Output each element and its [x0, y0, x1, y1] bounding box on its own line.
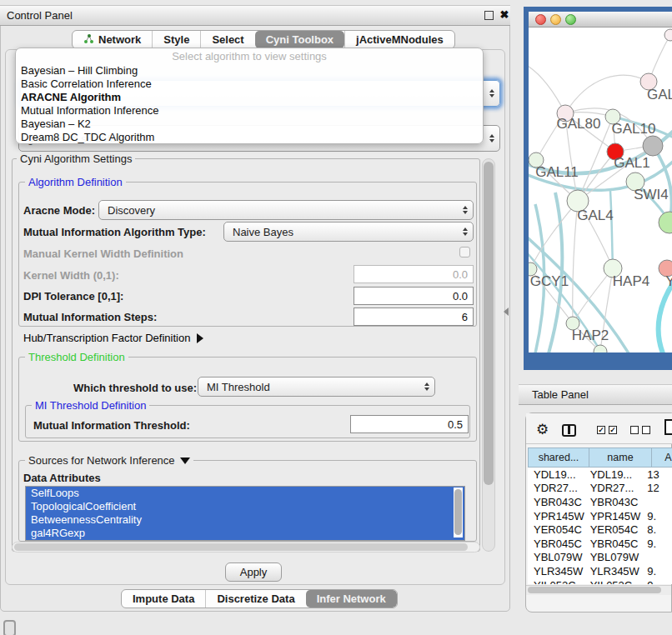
panel-divider-handle[interactable]: [504, 308, 509, 316]
table-cell: YER054C: [528, 523, 584, 536]
tab-style[interactable]: Style: [152, 31, 200, 48]
algorithm-option-basic-correlation-inference[interactable]: Basic Correlation Inference: [16, 78, 483, 91]
gear-icon[interactable]: ⚙: [536, 421, 549, 438]
tab-infer-network[interactable]: Infer Network: [306, 590, 397, 608]
table-row[interactable]: YDL19...YDL19...13: [528, 468, 672, 482]
table-row[interactable]: YDR27...YDR27...12: [528, 482, 672, 496]
expand-right-icon: [197, 333, 203, 343]
table-row[interactable]: YPR145WYPR145W9.: [528, 509, 672, 523]
attribute-item-gal4rgexp[interactable]: gal4RGexp: [26, 527, 464, 540]
mi-threshold-group-title: MI Threshold Definition: [32, 399, 149, 412]
mi-type-combobox[interactable]: Naive Bayes: [223, 222, 474, 242]
tab-discretize-data[interactable]: Discretize Data: [205, 590, 305, 608]
table-cell: YIL052C: [528, 579, 584, 584]
combo-arrows-icon: [424, 382, 429, 391]
table-cell: YDR27...: [528, 482, 584, 494]
combo-arrows-icon: [489, 134, 494, 142]
checked-box-icon[interactable]: ✓: [609, 426, 617, 434]
attribute-item-betweennesscentrality[interactable]: BetweennessCentrality: [26, 513, 464, 527]
algorithm-option-dream8-dc-tdc-algorithm[interactable]: Dream8 DC_TDC Algorithm: [16, 131, 483, 144]
close-panel-button[interactable]: ✖: [498, 7, 511, 23]
node-label-gal11: GAL11: [535, 164, 579, 180]
algorithm-option-bayesian-hill-climbing[interactable]: Bayesian – Hill Climbing: [16, 64, 483, 78]
checked-box-icon[interactable]: ✓: [597, 426, 605, 434]
aracne-mode-combobox[interactable]: Discovery: [98, 200, 474, 220]
settings-vertical-scrollbar-thumb[interactable]: [484, 162, 494, 485]
aracne-mode-label: Aracne Mode:: [23, 204, 95, 217]
mi-steps-label: Mutual Information Steps:: [23, 311, 157, 323]
table-cell: YBR045C: [528, 538, 584, 550]
table-row[interactable]: YBR043CYBR043C: [528, 495, 672, 509]
node-label-hap4: HAP4: [613, 273, 649, 289]
network-canvas[interactable]: GALGAL80GAL10GAL1GAL11SWI4GAL4GCY1HAP4YH…: [529, 28, 672, 352]
tab-cyni-toolbox[interactable]: Cyni Toolbox: [255, 31, 344, 48]
tab-jactivemnodules[interactable]: jActiveMNodules: [344, 31, 454, 48]
attribute-item-topologicalcoefficient[interactable]: TopologicalCoefficient: [26, 500, 464, 513]
table-cell: 13: [641, 468, 672, 481]
table-cell: YBL079W: [584, 551, 642, 563]
algorithm-option-bayesian-k2[interactable]: Bayesian – K2: [16, 118, 483, 131]
close-window-icon[interactable]: [535, 14, 546, 25]
table-row[interactable]: YER054CYER054C8.: [528, 522, 672, 537]
data-attributes-list[interactable]: SelfLoopsTopologicalCoefficientBetweenne…: [25, 486, 465, 541]
column-header-name[interactable]: name: [589, 448, 652, 468]
table-cell: 12: [641, 482, 672, 494]
table-horizontal-scrollbar-thumb[interactable]: [528, 587, 661, 593]
dropdown-placeholder: Select algorithm to view settings: [16, 48, 483, 64]
collapsed-panel-icon[interactable]: [3, 620, 16, 635]
apply-button[interactable]: Apply: [225, 562, 282, 582]
network-edge: [565, 75, 649, 113]
column-header-shared[interactable]: shared...: [528, 448, 589, 468]
algorithm-option-mutual-information-inference[interactable]: Mutual Information Inference: [16, 104, 483, 118]
float-window-button[interactable]: [484, 11, 494, 20]
tab-select[interactable]: Select: [200, 31, 254, 48]
tab-select-label: Select: [212, 33, 243, 46]
table-row[interactable]: YLR345WYLR345W9.: [528, 564, 672, 578]
network-icon: [83, 33, 94, 47]
kernel-width-field[interactable]: 0.0: [354, 265, 474, 283]
unchecked-box-icon[interactable]: [630, 426, 639, 434]
mi-steps-field[interactable]: 6: [354, 308, 474, 326]
combo-arrows-icon: [489, 89, 494, 98]
tab-cyni-toolbox-label: Cyni Toolbox: [266, 33, 333, 46]
network-node-bottom-cut[interactable]: [594, 345, 607, 352]
network-node-gray-node[interactable]: [643, 136, 663, 156]
page-icon[interactable]: [664, 419, 672, 435]
hub-definition-expander[interactable]: Hub/Transcription Factor Definition: [23, 332, 203, 344]
node-label-gal1: GAL1: [614, 155, 649, 171]
mi-type-label: Mutual Information Algorithm Type:: [23, 226, 206, 238]
sources-group-title[interactable]: Sources for Network Inference: [25, 454, 193, 467]
settings-horizontal-scrollbar-thumb[interactable]: [14, 543, 468, 551]
mi-threshold-field[interactable]: 0.5: [350, 415, 469, 433]
tab-impute-data[interactable]: Impute Data: [122, 590, 205, 608]
network-node-green-right[interactable]: [659, 212, 672, 233]
network-graph[interactable]: GALGAL80GAL10GAL1GAL11SWI4GAL4GCY1HAP4YH…: [529, 28, 672, 352]
table-row[interactable]: YBL079WYBL079W: [528, 551, 672, 565]
columns-icon[interactable]: [562, 424, 576, 437]
algorithm-option-aracne-algorithm[interactable]: ARACNE Algorithm: [16, 91, 483, 104]
which-threshold-label: Which threshold to use:: [73, 382, 197, 394]
table-row[interactable]: YBR045CYBR045C9.: [528, 537, 672, 551]
tab-network[interactable]: Network: [73, 31, 152, 48]
which-threshold-combobox[interactable]: MI Threshold: [198, 377, 435, 397]
sources-title-label: Sources for Network Inference: [28, 454, 175, 467]
dpi-tolerance-field[interactable]: 0.0: [354, 287, 474, 305]
manual-kernel-checkbox[interactable]: [459, 247, 470, 258]
column-header-a[interactable]: A: [652, 448, 672, 468]
tab-network-label: Network: [98, 33, 141, 46]
zoom-window-icon[interactable]: [565, 14, 576, 25]
table-row[interactable]: YIL052CYIL052C9.: [528, 578, 672, 584]
table-cell: YDR27...: [584, 482, 642, 494]
table-cell: YBR043C: [528, 496, 584, 508]
tab-jactivemnodules-label: jActiveMNodules: [356, 33, 444, 46]
network-node-top-cut[interactable]: [664, 29, 672, 41]
hub-definition-label: Hub/Transcription Factor Definition: [23, 332, 190, 344]
node-label-hap2: HAP2: [572, 328, 609, 343]
table-cell: YER054C: [584, 523, 642, 536]
network-edge: [610, 191, 613, 268]
attributes-scrollbar-thumb[interactable]: [454, 489, 462, 535]
minimize-window-icon[interactable]: [550, 14, 561, 25]
unchecked-box-icon[interactable]: [642, 426, 650, 434]
attribute-item-selfloops[interactable]: SelfLoops: [26, 487, 464, 500]
data-attributes-label: Data Attributes: [23, 472, 101, 484]
